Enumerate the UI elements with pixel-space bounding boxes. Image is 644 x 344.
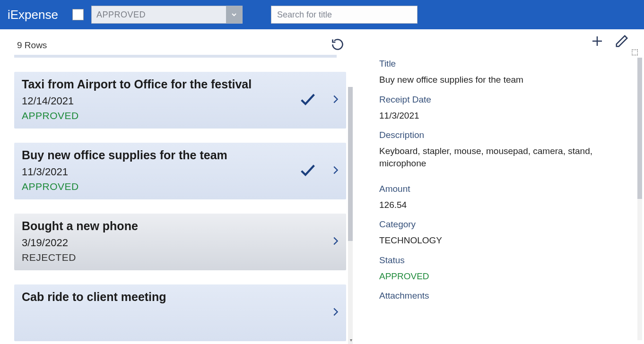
expense-status: APPROVED: [22, 110, 339, 121]
row-count-label: 9 Rows: [17, 40, 47, 51]
expense-date: 11/3/2021: [22, 166, 339, 178]
refresh-button[interactable]: [331, 38, 344, 53]
label-amount: Amount: [379, 184, 631, 194]
value-status: APPROVED: [379, 270, 631, 283]
value-description: Keyboard, stapler, mouse, mousepad, came…: [379, 145, 597, 169]
label-category: Category: [379, 219, 631, 230]
chevron-right-icon[interactable]: [330, 303, 340, 323]
add-button[interactable]: [590, 34, 604, 50]
detail-scrollbar[interactable]: [637, 58, 642, 340]
app-title: iExpense: [8, 8, 58, 22]
chevron-right-icon[interactable]: [330, 161, 340, 181]
detail-panel: ⬚ Title Buy new office supplies for the …: [354, 29, 644, 344]
check-icon: [295, 90, 321, 111]
detail-scrollbar-thumb[interactable]: [637, 58, 642, 199]
list-scrollbar-thumb[interactable]: [348, 87, 353, 241]
card-actions: [330, 232, 340, 252]
status-filter-select[interactable]: APPROVED: [91, 6, 243, 24]
app-header: iExpense APPROVED: [0, 0, 644, 29]
value-category: TECHNOLOGY: [379, 234, 631, 247]
edit-button[interactable]: [615, 34, 629, 50]
expense-date: 3/19/2022: [22, 237, 339, 249]
value-title: Buy new office supplies for the team: [379, 74, 631, 86]
expense-status: REJECTED: [22, 252, 339, 263]
expense-card[interactable]: Buy new office supplies for the team11/3…: [14, 143, 346, 199]
card-actions: [295, 161, 340, 181]
card-actions: [295, 90, 340, 111]
expense-title: Taxi from Airport to Office for the fest…: [22, 77, 339, 91]
card-actions: [330, 303, 340, 323]
label-description: Description: [379, 130, 631, 140]
expense-list-panel: 9 Rows ▴ ▾ Taxi from Airport to Office f…: [0, 29, 354, 344]
expense-card[interactable]: Cab ride to client meeting: [14, 284, 346, 341]
value-receipt-date: 11/3/2021: [379, 110, 631, 122]
expense-date: 12/14/2021: [22, 95, 339, 107]
chevron-right-icon[interactable]: [330, 90, 340, 110]
expense-title: Buy new office supplies for the team: [22, 148, 339, 162]
chevron-down-icon: [226, 6, 242, 23]
list-scrollbar[interactable]: [348, 87, 353, 344]
label-title: Title: [379, 59, 631, 69]
expense-card[interactable]: Bought a new phone3/19/2022REJECTED: [14, 214, 346, 270]
check-icon: [295, 161, 321, 181]
expense-title: Bought a new phone: [22, 219, 339, 233]
value-amount: 126.54: [379, 199, 631, 211]
expense-card[interactable]: Taxi from Airport to Office for the fest…: [14, 72, 346, 129]
cursor-icon: ⬚: [631, 47, 638, 56]
search-input[interactable]: [271, 6, 418, 24]
status-filter-value: APPROVED: [92, 10, 226, 20]
chevron-right-icon[interactable]: [330, 232, 340, 252]
label-attachments: Attachments: [379, 291, 631, 301]
scroll-down-arrow[interactable]: ▾: [348, 337, 354, 343]
label-status: Status: [379, 255, 631, 266]
filter-checkbox[interactable]: [72, 9, 84, 20]
expense-status: APPROVED: [22, 181, 339, 192]
label-receipt-date: Receipt Date: [379, 95, 631, 105]
expense-title: Cab ride to client meeting: [22, 290, 339, 304]
